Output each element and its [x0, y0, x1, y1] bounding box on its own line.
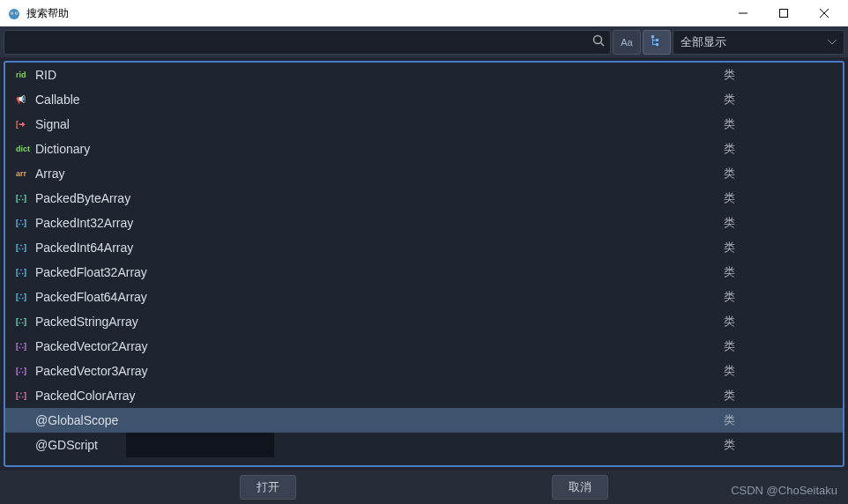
svg-rect-11	[651, 35, 654, 38]
list-item[interactable]: @GlobalScope类	[5, 408, 843, 433]
item-type: 类	[724, 215, 735, 231]
hierarchy-button[interactable]	[643, 30, 671, 55]
svg-point-0	[9, 9, 19, 19]
minimize-button[interactable]	[723, 0, 763, 26]
item-name: Array	[35, 167, 724, 181]
item-type: 类	[724, 141, 735, 157]
type-icon: [∴]	[16, 290, 30, 304]
svg-point-4	[16, 12, 17, 13]
item-type: 类	[724, 314, 735, 330]
list-item[interactable]: [∴]PackedInt32Array类	[5, 211, 843, 235]
svg-point-3	[11, 12, 12, 13]
watermark: CSDN @ChoSeitaku	[731, 484, 837, 497]
item-name: PackedByteArray	[35, 191, 724, 205]
search-input[interactable]	[10, 35, 592, 48]
item-type: 类	[724, 240, 735, 256]
type-icon: [∴]	[16, 364, 30, 378]
type-icon: [∴]	[16, 216, 30, 230]
item-type: 类	[724, 92, 735, 107]
type-icon: 📢	[16, 93, 30, 107]
list-item[interactable]: 📢Callable类	[5, 87, 843, 112]
item-name: Dictionary	[35, 142, 724, 156]
item-type: 类	[724, 363, 735, 379]
type-icon: [∴]	[16, 339, 30, 353]
item-name: PackedStringArray	[35, 315, 724, 329]
item-type: 类	[724, 338, 735, 354]
toolbar: Aa 全部显示	[0, 26, 848, 57]
item-name: PackedColorArray	[35, 389, 724, 403]
list-item[interactable]: [∴]PackedFloat64Array类	[5, 285, 843, 309]
type-icon: [∴]	[16, 315, 30, 329]
list-item[interactable]: arrArray类	[5, 161, 843, 186]
footer: 打开 取消 CSDN @ChoSeitaku	[0, 471, 848, 504]
item-name: RID	[35, 68, 724, 82]
item-name: PackedInt32Array	[35, 216, 724, 230]
item-type: 类	[724, 412, 735, 428]
item-name: PackedFloat64Array	[35, 290, 724, 304]
item-type: 类	[724, 437, 735, 453]
item-name: Callable	[35, 93, 724, 107]
list-item[interactable]: [∴]PackedByteArray类	[5, 186, 843, 211]
list-item[interactable]: [∴]PackedColorArray类	[5, 383, 843, 408]
open-button[interactable]: 打开	[240, 475, 296, 500]
list-item[interactable]: [➜Signal类	[5, 112, 843, 137]
list-item[interactable]: ridRID类	[5, 63, 843, 87]
svg-point-9	[594, 36, 602, 44]
item-type: 类	[724, 388, 735, 404]
app-icon	[7, 6, 21, 20]
search-field-wrap	[4, 30, 611, 55]
item-type: 类	[724, 190, 735, 206]
type-icon: [∴]	[16, 389, 30, 403]
item-type: 类	[724, 166, 735, 182]
item-name: Signal	[35, 117, 724, 131]
type-icon: arr	[16, 167, 30, 181]
list-item[interactable]: [∴]PackedVector2Array类	[5, 334, 843, 359]
type-icon: rid	[16, 68, 30, 82]
titlebar: 搜索帮助	[0, 0, 848, 26]
type-icon: [∴]	[16, 265, 30, 279]
case-icon: Aa	[621, 37, 632, 48]
close-button[interactable]	[804, 0, 844, 26]
results-list[interactable]: ridRID类📢Callable类[➜Signal类dictDictionary…	[4, 61, 844, 467]
hierarchy-icon	[651, 34, 663, 49]
maximize-button[interactable]	[763, 0, 804, 26]
type-icon: dict	[16, 142, 30, 156]
item-type: 类	[724, 289, 735, 305]
type-icon	[16, 438, 30, 452]
type-icon: [∴]	[16, 191, 30, 205]
svg-rect-13	[656, 43, 658, 46]
svg-rect-12	[656, 39, 658, 41]
list-item[interactable]: @GDScript类	[5, 433, 843, 457]
item-name: PackedInt64Array	[35, 241, 724, 255]
type-icon	[16, 413, 30, 427]
list-item[interactable]: [∴]PackedStringArray类	[5, 309, 843, 334]
svg-line-10	[601, 43, 605, 47]
type-icon: [➜	[16, 117, 30, 131]
item-name: PackedVector2Array	[35, 339, 724, 353]
cancel-button[interactable]: 取消	[552, 475, 608, 500]
item-type: 类	[724, 116, 735, 132]
item-name: @GDScript	[35, 438, 724, 452]
item-name: PackedFloat32Array	[35, 265, 724, 279]
list-item[interactable]: [∴]PackedInt64Array类	[5, 235, 843, 260]
item-type: 类	[724, 67, 735, 83]
case-sensitive-button[interactable]: Aa	[613, 30, 641, 55]
svg-rect-6	[780, 10, 788, 18]
list-item[interactable]: dictDictionary类	[5, 137, 843, 161]
search-icon	[592, 34, 605, 49]
item-name: @GlobalScope	[35, 413, 724, 427]
list-item[interactable]: [∴]PackedVector3Array类	[5, 359, 843, 383]
type-icon: [∴]	[16, 241, 30, 255]
item-type: 类	[724, 264, 735, 280]
window-title: 搜索帮助	[26, 6, 723, 21]
filter-select[interactable]: 全部显示	[673, 30, 844, 55]
item-name: PackedVector3Array	[35, 364, 724, 378]
list-item[interactable]: [∴]PackedFloat32Array类	[5, 260, 843, 285]
